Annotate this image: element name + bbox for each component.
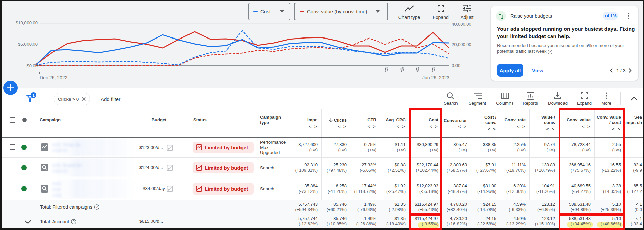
- svg-text:?: ?: [73, 220, 75, 224]
- svg-text:?: ?: [96, 205, 98, 209]
